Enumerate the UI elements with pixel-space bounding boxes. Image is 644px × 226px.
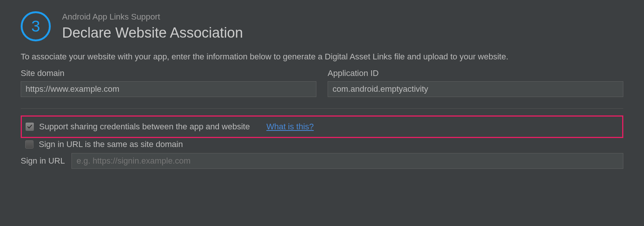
application-id-label: Application ID: [328, 68, 623, 78]
site-domain-input[interactable]: [21, 81, 316, 97]
sign-in-same-label: Sign in URL is the same as site domain: [39, 140, 183, 149]
highlighted-option-row: Support sharing credentials between the …: [21, 115, 623, 138]
what-is-this-link[interactable]: What is this?: [266, 122, 314, 132]
application-id-field: Application ID: [328, 68, 623, 97]
step-number: 3: [31, 17, 40, 35]
step-header: 3 Android App Links Support Declare Webs…: [21, 11, 623, 41]
site-domain-label: Site domain: [21, 68, 316, 78]
fields-row: Site domain Application ID: [21, 68, 623, 97]
page-subtitle: Android App Links Support: [62, 12, 243, 22]
application-id-input[interactable]: [328, 81, 623, 97]
section-divider: [21, 108, 623, 109]
site-domain-field: Site domain: [21, 68, 316, 97]
page-title: Declare Website Association: [62, 25, 243, 41]
sign-in-same-row: Sign in URL is the same as site domain: [21, 140, 623, 149]
sign-in-url-label: Sign in URL: [21, 156, 65, 166]
sign-in-url-row: Sign in URL: [21, 153, 623, 169]
sign-in-url-input[interactable]: [71, 153, 623, 169]
support-sharing-checkbox[interactable]: [26, 123, 34, 131]
sign-in-same-checkbox[interactable]: [25, 140, 33, 149]
support-sharing-label: Support sharing credentials between the …: [39, 122, 250, 132]
step-number-circle: 3: [21, 11, 51, 41]
checkmark-icon: [27, 124, 32, 129]
page-description: To associate your website with your app,…: [21, 52, 623, 62]
header-text-block: Android App Links Support Declare Websit…: [62, 12, 243, 41]
